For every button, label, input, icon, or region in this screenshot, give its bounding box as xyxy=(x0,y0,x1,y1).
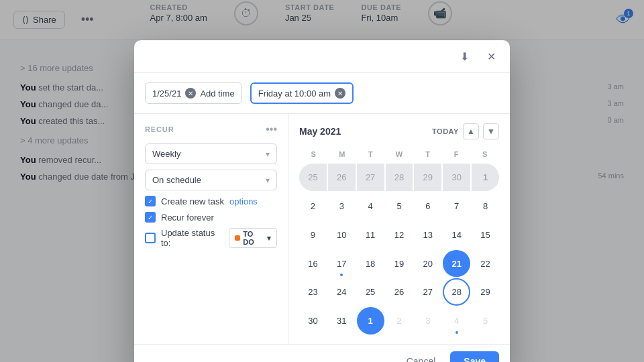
calendar-day[interactable]: 17 xyxy=(328,250,356,278)
date-inputs-row: 1/25/21 ✕ Add time Friday at 10:00 am ✕ xyxy=(134,73,510,114)
day-header: M xyxy=(328,147,357,161)
on-schedule-label: On schedule xyxy=(152,175,201,185)
day-header: S xyxy=(299,147,328,161)
modal-footer: Cancel Save xyxy=(134,344,510,362)
calendar-day[interactable]: 9 xyxy=(299,221,327,249)
weekly-label: Weekly xyxy=(152,149,180,159)
weekly-select[interactable]: Weekly ▾ xyxy=(145,143,277,164)
calendar-day[interactable]: 15 xyxy=(472,221,499,249)
status-badge[interactable]: TO DO ▾ xyxy=(229,228,277,248)
day-header: S xyxy=(470,147,499,161)
modal-overlay: ⬇ ✕ 1/25/21 ✕ Add time Friday at 10:00 a… xyxy=(0,0,644,362)
recur-dots-icon[interactable]: ••• xyxy=(266,123,277,135)
calendar-panel: May 2021 TODAY ▲ ▼ SMTWTFS 2526272829301… xyxy=(288,114,510,344)
days-grid: 2526272829301234567891011121314151617181… xyxy=(299,164,499,335)
chevron-down-icon: ▾ xyxy=(266,149,270,159)
day-header: T xyxy=(413,147,442,161)
day-header: W xyxy=(385,147,414,161)
calendar-day[interactable]: 3 xyxy=(328,192,356,220)
calendar-month: May 2021 xyxy=(299,126,341,137)
calendar-day[interactable]: 5 xyxy=(472,307,499,335)
calendar-day[interactable]: 1 xyxy=(472,164,499,191)
day-headers: SMTWTFS xyxy=(299,147,499,161)
calendar-day[interactable]: 6 xyxy=(414,192,441,220)
modal-header: ⬇ ✕ xyxy=(134,40,510,73)
calendar-day[interactable]: 26 xyxy=(328,164,356,191)
calendar-day[interactable]: 11 xyxy=(357,221,384,249)
day-header: F xyxy=(442,147,471,161)
calendar-day[interactable]: 12 xyxy=(386,221,413,249)
calendar-day[interactable]: 25 xyxy=(357,278,384,306)
day-header: T xyxy=(356,147,385,161)
options-link[interactable]: options xyxy=(229,196,258,206)
calendar-day[interactable]: 14 xyxy=(443,221,470,249)
recur-modal: ⬇ ✕ 1/25/21 ✕ Add time Friday at 10:00 a… xyxy=(134,40,510,362)
add-time-label[interactable]: Add time xyxy=(200,88,234,99)
date-clear-icon[interactable]: ✕ xyxy=(185,88,196,99)
calendar-day[interactable]: 18 xyxy=(357,250,384,278)
download-icon: ⬇ xyxy=(460,50,469,63)
next-month-button[interactable]: ▼ xyxy=(483,123,499,139)
calendar-day[interactable]: 24 xyxy=(328,278,356,306)
calendar-day[interactable]: 4 xyxy=(443,307,470,335)
calendar-day[interactable]: 30 xyxy=(443,164,470,191)
calendar-day[interactable]: 29 xyxy=(472,278,499,306)
calendar-grid: SMTWTFS 25262728293012345678910111213141… xyxy=(299,147,499,335)
calendar-day[interactable]: 16 xyxy=(299,250,327,278)
create-task-checkbox[interactable]: ✓ xyxy=(145,196,156,206)
calendar-day[interactable]: 30 xyxy=(299,307,327,335)
prev-month-button[interactable]: ▲ xyxy=(463,123,479,139)
modal-body: RECUR ••• Weekly ▾ On schedule ▾ ✓ Creat… xyxy=(134,114,510,344)
close-icon: ✕ xyxy=(487,50,496,63)
recur-forever-label: Recur forever xyxy=(161,213,214,223)
calendar-day[interactable]: 26 xyxy=(386,278,413,306)
on-schedule-select[interactable]: On schedule ▾ xyxy=(145,170,277,190)
calendar-day[interactable]: 21 xyxy=(443,250,470,278)
calendar-header: May 2021 TODAY ▲ ▼ xyxy=(299,123,499,139)
recur-header: RECUR ••• xyxy=(145,123,277,135)
calendar-day[interactable]: 20 xyxy=(414,250,441,278)
recur-label: RECUR xyxy=(145,125,174,133)
update-status-checkbox[interactable] xyxy=(145,233,156,243)
due-clear-icon[interactable]: ✕ xyxy=(335,88,345,99)
status-value: TO DO xyxy=(243,230,264,246)
calendar-nav: TODAY ▲ ▼ xyxy=(432,123,499,139)
calendar-day[interactable]: 31 xyxy=(328,307,356,335)
calendar-day[interactable]: 29 xyxy=(414,164,441,191)
save-button[interactable]: Save xyxy=(450,351,499,362)
chevron-down-2-icon: ▾ xyxy=(266,176,270,185)
calendar-day[interactable]: 2 xyxy=(386,307,413,335)
update-status-row: Update status to: TO DO ▾ xyxy=(145,228,277,248)
calendar-day[interactable]: 27 xyxy=(357,164,384,191)
download-button[interactable]: ⬇ xyxy=(453,46,475,67)
calendar-day[interactable]: 2 xyxy=(299,192,327,220)
calendar-day[interactable]: 28 xyxy=(386,164,413,191)
calendar-day[interactable]: 10 xyxy=(328,221,356,249)
calendar-day[interactable]: 25 xyxy=(299,164,327,191)
today-button[interactable]: TODAY xyxy=(432,127,459,135)
due-label: Friday at 10:00 am xyxy=(258,88,331,99)
calendar-day[interactable]: 22 xyxy=(472,250,499,278)
calendar-day[interactable]: 8 xyxy=(472,192,499,220)
calendar-day[interactable]: 3 xyxy=(414,307,441,335)
calendar-day[interactable]: 27 xyxy=(414,278,441,306)
calendar-day[interactable]: 1 xyxy=(357,307,384,335)
create-task-row: ✓ Create new task options xyxy=(145,196,277,206)
create-task-label: Create new task xyxy=(161,196,224,206)
calendar-day[interactable]: 23 xyxy=(299,278,327,306)
update-status-label: Update status to: xyxy=(161,228,223,248)
start-date-input[interactable]: 1/25/21 ✕ Add time xyxy=(145,82,242,104)
calendar-day[interactable]: 28 xyxy=(443,278,470,306)
due-date-input[interactable]: Friday at 10:00 am ✕ xyxy=(250,82,354,104)
calendar-day[interactable]: 4 xyxy=(357,192,384,220)
calendar-day[interactable]: 5 xyxy=(386,192,413,220)
calendar-day[interactable]: 19 xyxy=(386,250,413,278)
date-value: 1/25/21 xyxy=(152,88,181,99)
cancel-button[interactable]: Cancel xyxy=(398,351,444,362)
status-dot-icon xyxy=(235,235,240,241)
calendar-day[interactable]: 13 xyxy=(414,221,441,249)
status-chevron-icon: ▾ xyxy=(267,234,271,243)
recur-forever-checkbox[interactable]: ✓ xyxy=(145,212,156,223)
close-button[interactable]: ✕ xyxy=(480,46,502,67)
calendar-day[interactable]: 7 xyxy=(443,192,470,220)
